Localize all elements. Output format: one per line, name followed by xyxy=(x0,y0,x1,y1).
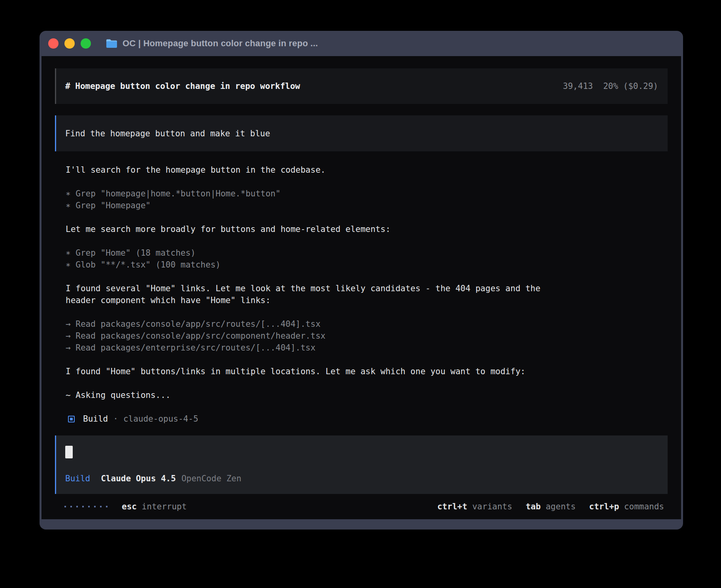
folder-icon xyxy=(106,39,118,49)
window-title: OC | Homepage button color change in rep… xyxy=(123,38,318,49)
session-title: # Homepage button color change in repo w… xyxy=(65,80,300,92)
tool-call-read: → Read packages/console/app/src/componen… xyxy=(66,330,668,342)
user-message: Find the homepage button and make it blu… xyxy=(55,115,668,151)
agent-name: Build xyxy=(83,413,108,425)
tool-call-grep: ∗ Grep "homepage|home.*button|Home.*butt… xyxy=(66,188,668,200)
zoom-button[interactable] xyxy=(81,38,91,49)
agent-build-icon xyxy=(68,416,75,422)
status-right: ctrl+t variants tab agents ctrl+p comman… xyxy=(437,501,664,513)
agent-separator: · xyxy=(113,413,118,425)
agent-model: claude-opus-4-5 xyxy=(123,413,198,425)
hint-variants: ctrl+t variants xyxy=(437,501,512,513)
hint-interrupt: esc interrupt xyxy=(122,501,187,513)
titlebar[interactable]: OC | Homepage button color change in rep… xyxy=(40,31,683,56)
conversation: I'll search for the homepage button in t… xyxy=(66,164,668,425)
context-cost: 20% ($0.29) xyxy=(603,80,658,92)
provider-name: OpenCode Zen xyxy=(181,473,242,484)
close-button[interactable] xyxy=(48,38,59,49)
agent-row: Build · claude-opus-4-5 xyxy=(66,413,668,425)
status-left: esc interrupt xyxy=(64,501,187,513)
prompt-input[interactable]: Build Claude Opus 4.5 OpenCode Zen xyxy=(55,435,668,494)
assistant-paragraph: I'll search for the homepage button in t… xyxy=(66,164,668,176)
tool-call-read: → Read packages/console/app/src/routes/[… xyxy=(66,318,668,330)
tool-call-grep: ∗ Grep "Home" (18 matches) xyxy=(66,247,668,259)
tool-call-read: → Read packages/enterprise/src/routes/[.… xyxy=(66,342,668,354)
model-line: Build Claude Opus 4.5 OpenCode Zen xyxy=(65,473,668,484)
hint-commands: ctrl+p commands xyxy=(589,501,664,513)
terminal-content: # Homepage button color change in repo w… xyxy=(42,56,681,519)
text-cursor xyxy=(65,446,73,458)
status-bar: esc interrupt ctrl+t variants tab agents… xyxy=(42,494,681,519)
spinner-dots-icon xyxy=(64,506,108,507)
assistant-paragraph: Let me search more broadly for buttons a… xyxy=(66,223,668,235)
tool-call-grep: ∗ Grep "Homepage" xyxy=(66,200,668,211)
minimize-button[interactable] xyxy=(64,38,75,49)
asking-status: ~ Asking questions... xyxy=(66,389,668,401)
user-message-text: Find the homepage button and make it blu… xyxy=(65,128,270,139)
terminal-window: OC | Homepage button color change in rep… xyxy=(40,31,683,530)
assistant-paragraph: I found "Home" buttons/links in multiple… xyxy=(66,366,668,377)
token-count: 39,413 xyxy=(563,80,593,92)
window-bottom-edge xyxy=(40,519,683,530)
traffic-lights xyxy=(48,38,91,49)
assistant-paragraph: header component which have "Home" links… xyxy=(66,294,668,306)
tool-call-glob: ∗ Glob "**/*.tsx" (100 matches) xyxy=(66,259,668,271)
session-stats: 39,413 20% ($0.29) xyxy=(563,80,658,92)
session-header: # Homepage button color change in repo w… xyxy=(55,68,668,104)
mode-label: Build xyxy=(65,473,90,484)
assistant-paragraph: I found several "Home" links. Let me loo… xyxy=(66,283,668,294)
model-name: Claude Opus 4.5 xyxy=(101,473,176,484)
hint-agents: tab agents xyxy=(526,501,576,513)
